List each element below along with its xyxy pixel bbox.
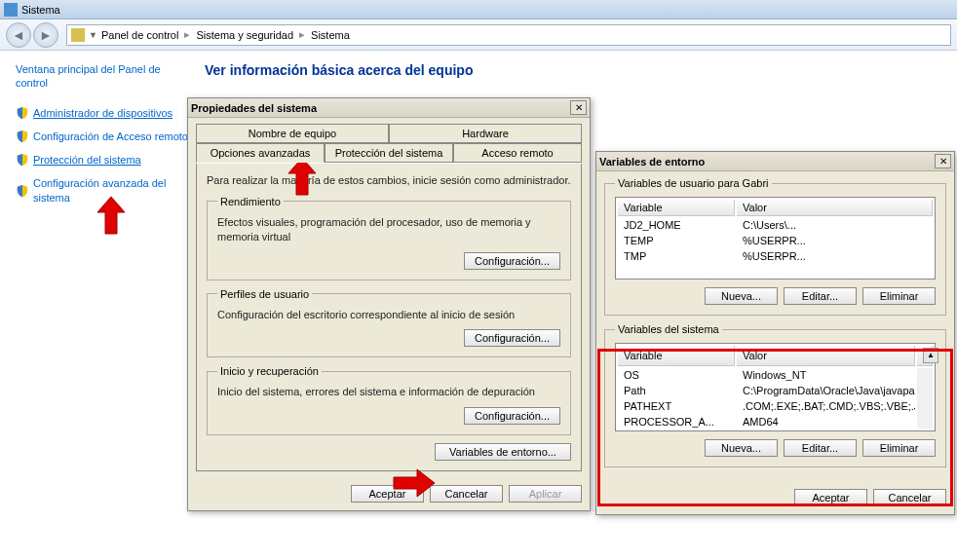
system-properties-dialog: Propiedades del sistema ✕ Nombre de equi… — [187, 97, 591, 511]
profiles-legend: Perfiles de usuario — [217, 288, 312, 300]
address-bar[interactable]: ▼ Panel de control ▸ Sistema y seguridad… — [66, 24, 951, 46]
cancel-button[interactable]: Cancelar — [873, 489, 946, 506]
performance-group: Rendimiento Efectos visuales, programaci… — [207, 196, 571, 280]
col-value[interactable]: Valor — [737, 200, 933, 216]
user-edit-button[interactable]: Editar... — [784, 287, 857, 305]
startup-group: Inicio y recuperación Inicio del sistema… — [207, 365, 571, 435]
user-vars-group: Variables de usuario para Gabri Variable… — [604, 177, 946, 316]
system-icon — [4, 3, 18, 17]
shield-icon — [16, 153, 29, 167]
forward-button[interactable]: ► — [33, 22, 58, 48]
dialog-title: Propiedades del sistema — [191, 102, 317, 114]
folder-icon — [71, 28, 85, 42]
col-variable[interactable]: Variable — [618, 346, 735, 366]
sidebar-item-advanced[interactable]: Configuración avanzada del sistema — [16, 176, 189, 205]
startup-settings-button[interactable]: Configuración... — [464, 407, 560, 425]
tab-protection[interactable]: Protección del sistema — [325, 143, 453, 163]
sidebar-item-protection[interactable]: Protección del sistema — [16, 153, 189, 167]
table-row[interactable]: PathC:\ProgramData\Oracle\Java\javapath;… — [618, 384, 933, 397]
dialog-footer: Aceptar Cancelar — [596, 483, 954, 514]
user-delete-button[interactable]: Eliminar — [862, 287, 936, 305]
user-new-button[interactable]: Nueva... — [705, 287, 778, 305]
dialog-titlebar[interactable]: Variables de entorno ✕ — [596, 152, 954, 171]
sidebar-home[interactable]: Ventana principal del Panel de control — [16, 62, 189, 91]
tab-hardware[interactable]: Hardware — [389, 124, 582, 143]
table-row[interactable]: OSWindows_NT — [618, 368, 933, 382]
page-title: Ver información básica acerca del equipo — [205, 62, 473, 78]
close-button[interactable]: ✕ — [570, 100, 587, 115]
tab-row: Opciones avanzadas Protección del sistem… — [196, 143, 582, 164]
breadcrumb[interactable]: Sistema — [311, 29, 350, 41]
tab-computer-name[interactable]: Nombre de equipo — [196, 124, 389, 143]
sidebar-item-devices[interactable]: Administrador de dispositivos — [16, 106, 189, 120]
ok-button[interactable]: Aceptar — [351, 485, 424, 503]
startup-legend: Inicio y recuperación — [217, 365, 322, 377]
cancel-button[interactable]: Cancelar — [430, 485, 503, 503]
profiles-text: Configuración del escritorio correspondi… — [217, 308, 560, 322]
tab-advanced[interactable]: Opciones avanzadas — [196, 143, 325, 163]
titlebar: Sistema — [0, 0, 957, 19]
sys-new-button[interactable]: Nueva... — [705, 439, 778, 457]
back-button[interactable]: ◄ — [6, 22, 31, 48]
tab-row: Nombre de equipo Hardware — [196, 124, 582, 144]
sidebar-item-label: Configuración avanzada del sistema — [33, 176, 189, 205]
tab-panel-advanced: Para realizar la mayoría de estos cambio… — [196, 164, 582, 471]
table-row[interactable]: TEMP%USERPR... — [618, 234, 933, 247]
startup-text: Inicio del sistema, errores del sistema … — [217, 385, 560, 399]
sidebar-item-label: Administrador de dispositivos — [33, 106, 172, 120]
profiles-group: Perfiles de usuario Configuración del es… — [207, 288, 571, 358]
sidebar-item-label: Protección del sistema — [33, 153, 141, 167]
user-vars-legend: Variables de usuario para Gabri — [615, 177, 772, 189]
intro-text: Para realizar la mayoría de estos cambio… — [207, 173, 571, 188]
performance-text: Efectos visuales, programación del proce… — [217, 215, 560, 244]
system-vars-legend: Variables del sistema — [615, 323, 722, 335]
dialog-footer: Aceptar Cancelar Aplicar — [188, 479, 590, 510]
ok-button[interactable]: Aceptar — [794, 489, 867, 506]
dialog-title: Variables de entorno — [599, 156, 705, 168]
window-title: Sistema — [21, 4, 60, 16]
scroll-up-icon[interactable]: ▲ — [923, 348, 938, 363]
dialog-titlebar[interactable]: Propiedades del sistema ✕ — [188, 98, 590, 118]
shield-icon — [16, 106, 29, 120]
chevron-down-icon[interactable]: ▼ — [89, 30, 97, 40]
env-vars-button[interactable]: Variables de entorno... — [435, 443, 571, 461]
apply-button[interactable]: Aplicar — [509, 485, 582, 503]
sys-delete-button[interactable]: Eliminar — [862, 439, 936, 457]
sys-edit-button[interactable]: Editar... — [784, 439, 857, 457]
col-variable[interactable]: Variable — [618, 200, 735, 216]
user-vars-table[interactable]: Variable Valor JD2_HOMEC:\Users\... TEMP… — [615, 197, 936, 280]
table-row[interactable]: JD2_HOMEC:\Users\... — [618, 218, 933, 232]
breadcrumb[interactable]: Panel de control — [101, 29, 179, 41]
tab-remote[interactable]: Acceso remoto — [453, 143, 582, 163]
sidebar-item-remote[interactable]: Configuración de Acceso remoto — [16, 130, 189, 143]
sidebar: Ventana principal del Panel de control A… — [16, 62, 189, 214]
navbar: ◄ ► ▼ Panel de control ▸ Sistema y segur… — [0, 19, 957, 51]
table-row[interactable]: PROCESSOR_A...AMD64 — [618, 415, 933, 429]
shield-icon — [16, 184, 29, 198]
table-row[interactable]: TMP%USERPR... — [618, 249, 933, 263]
close-button[interactable]: ✕ — [935, 154, 951, 168]
scrollbar[interactable] — [917, 368, 933, 429]
table-row[interactable]: PATHEXT.COM;.EXE;.BAT;.CMD;.VBS;.VBE;.JS… — [618, 399, 933, 413]
system-vars-group: Variables del sistema Variable Valor ▲ O… — [604, 323, 946, 467]
performance-legend: Rendimiento — [217, 196, 284, 207]
system-vars-table[interactable]: Variable Valor ▲ OSWindows_NT PathC:\Pro… — [615, 343, 936, 431]
col-value[interactable]: Valor — [737, 346, 915, 366]
breadcrumb[interactable]: Sistema y seguridad — [196, 29, 293, 41]
shield-icon — [16, 130, 29, 143]
chevron-right-icon: ▸ — [182, 28, 192, 41]
sidebar-home-label: Ventana principal del Panel de control — [16, 62, 189, 91]
sidebar-item-label: Configuración de Acceso remoto — [33, 130, 188, 143]
profiles-settings-button[interactable]: Configuración... — [464, 329, 560, 347]
performance-settings-button[interactable]: Configuración... — [464, 252, 560, 270]
chevron-right-icon: ▸ — [297, 28, 307, 41]
env-vars-dialog: Variables de entorno ✕ Variables de usua… — [595, 151, 955, 515]
